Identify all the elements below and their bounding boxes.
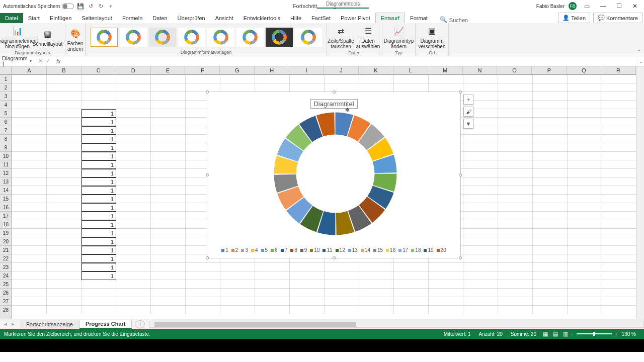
row-header[interactable]: 1: [0, 75, 12, 83]
sheet-tab-2[interactable]: Progress Chart: [79, 320, 132, 329]
cancel-formula-icon[interactable]: ✕: [38, 58, 43, 64]
enter-formula-icon[interactable]: ✓: [46, 58, 50, 64]
tab-file[interactable]: Datei: [0, 13, 23, 23]
data-cell[interactable]: 1: [82, 272, 116, 280]
row-header[interactable]: 7: [0, 126, 12, 135]
data-cell[interactable]: 1: [82, 263, 116, 272]
page-layout-view-icon[interactable]: ▤: [550, 331, 560, 337]
legend-item[interactable]: 13: [348, 247, 358, 253]
chart-elements-button[interactable]: +: [463, 95, 473, 105]
legend-item[interactable]: 10: [310, 247, 319, 253]
legend-item[interactable]: 16: [386, 247, 395, 253]
legend-item[interactable]: 11: [323, 247, 332, 253]
legend-item[interactable]: 5: [261, 247, 268, 253]
tab-developer[interactable]: Entwicklertools: [238, 13, 285, 23]
autosave-toggle[interactable]: Automatisches Speichern: [3, 4, 74, 9]
tab-page-layout[interactable]: Seitenlayout: [76, 13, 117, 23]
data-cell[interactable]: 1: [82, 118, 116, 126]
col-header[interactable]: C: [82, 66, 116, 74]
row-header[interactable]: 10: [0, 152, 12, 160]
row-header[interactable]: 12: [0, 169, 12, 177]
legend-item[interactable]: 3: [241, 247, 248, 253]
row-header[interactable]: 20: [0, 237, 12, 246]
data-cell[interactable]: 1: [82, 177, 116, 186]
chart-style-thumb[interactable]: [149, 28, 176, 47]
col-header[interactable]: G: [220, 66, 255, 74]
data-cell[interactable]: 1: [82, 212, 116, 220]
col-header[interactable]: Q: [567, 66, 601, 74]
quick-layout-button[interactable]: ▦ Schnelllayout: [34, 27, 62, 48]
legend-item[interactable]: 12: [336, 247, 345, 253]
doughnut-chart[interactable]: [274, 112, 397, 235]
formula-input[interactable]: [61, 56, 637, 66]
data-cell[interactable]: 1: [82, 229, 116, 237]
user-name[interactable]: Fabio Basler: [536, 4, 565, 9]
search-label[interactable]: Suchen: [449, 17, 468, 23]
chart-style-thumb[interactable]: [295, 28, 322, 47]
customize-qat-icon[interactable]: ▾: [107, 3, 114, 10]
move-chart-button[interactable]: ▣ Diagramm verschieben: [418, 24, 446, 50]
legend-item[interactable]: 14: [361, 247, 370, 253]
row-header[interactable]: 19: [0, 229, 12, 237]
zoom-slider[interactable]: [577, 333, 612, 334]
legend-item[interactable]: 2: [231, 247, 238, 253]
data-cell[interactable]: 1: [82, 254, 116, 263]
chart-style-thumb[interactable]: [120, 28, 147, 47]
add-sheet-button[interactable]: +: [135, 320, 145, 328]
data-cell[interactable]: 1: [82, 169, 116, 177]
tab-insert[interactable]: Einfügen: [45, 13, 76, 23]
col-header[interactable]: I: [289, 66, 324, 74]
col-header[interactable]: R: [601, 66, 636, 74]
data-cell[interactable]: 1: [82, 143, 116, 152]
select-all-cell[interactable]: [0, 66, 12, 75]
row-header[interactable]: 11: [0, 160, 12, 169]
tab-format[interactable]: Format: [405, 13, 433, 23]
row-header[interactable]: 23: [0, 263, 12, 272]
comments-button[interactable]: 💬Kommentare: [593, 13, 642, 23]
data-cell[interactable]: 1: [82, 186, 116, 195]
chart-styles-button[interactable]: 🖌: [463, 107, 473, 117]
data-cell[interactable]: 1: [82, 152, 116, 160]
legend-item[interactable]: 20: [437, 247, 446, 253]
chart-style-thumb[interactable]: [178, 28, 205, 47]
tab-help[interactable]: Hilfe: [285, 13, 306, 23]
row-header[interactable]: 4: [0, 101, 12, 109]
zoom-level[interactable]: 130 %: [622, 331, 636, 337]
zoom-in-icon[interactable]: +: [615, 331, 618, 337]
collapse-ribbon-icon[interactable]: ⌃: [637, 49, 641, 54]
tab-view[interactable]: Ansicht: [210, 13, 238, 23]
save-icon[interactable]: 💾: [77, 3, 84, 10]
chart-style-thumb[interactable]: [207, 28, 234, 47]
data-cell[interactable]: 1: [82, 135, 116, 143]
chart-style-thumb[interactable]: [236, 28, 264, 47]
data-cell[interactable]: 1: [82, 246, 116, 254]
col-header[interactable]: B: [47, 66, 82, 74]
row-header[interactable]: 13: [0, 177, 12, 186]
close-icon[interactable]: ✕: [629, 3, 641, 10]
data-cell[interactable]: 1: [82, 109, 116, 118]
col-header[interactable]: F: [185, 66, 220, 74]
col-header[interactable]: O: [497, 66, 532, 74]
col-header[interactable]: K: [359, 66, 393, 74]
data-cell[interactable]: 1: [82, 203, 116, 212]
search-icon[interactable]: 🔍: [440, 16, 447, 23]
vertical-scrollbar[interactable]: [636, 66, 644, 319]
data-cell[interactable]: 1: [82, 237, 116, 246]
sheet-nav[interactable]: ◂ ▸: [0, 321, 20, 327]
tab-formulas[interactable]: Formeln: [117, 13, 147, 23]
row-header[interactable]: 16: [0, 203, 12, 212]
data-cell[interactable]: 1: [82, 126, 116, 135]
data-cell[interactable]: 1: [82, 220, 116, 229]
chart-style-thumb[interactable]: [266, 28, 293, 47]
row-header[interactable]: 8: [0, 135, 12, 143]
chart-object[interactable]: Diagrammtitel ✥ 123456789101112131415161…: [207, 92, 461, 258]
col-header[interactable]: A: [12, 66, 47, 74]
chevron-down-icon[interactable]: ▾: [30, 59, 32, 63]
chart-style-thumb[interactable]: [91, 28, 118, 47]
redo-icon[interactable]: ↻: [97, 3, 104, 10]
row-header[interactable]: 2: [0, 83, 12, 92]
col-header[interactable]: E: [151, 66, 186, 74]
tab-data[interactable]: Daten: [147, 13, 172, 23]
minimize-icon[interactable]: —: [597, 3, 609, 10]
tab-factset[interactable]: FactSet: [306, 13, 336, 23]
